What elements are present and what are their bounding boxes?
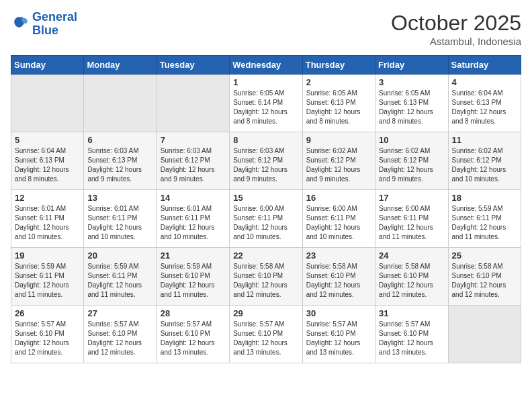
calendar-cell: 13Sunrise: 6:01 AMSunset: 6:11 PMDayligh… [84, 190, 157, 248]
day-info: Sunrise: 5:59 AMSunset: 6:11 PMDaylight:… [87, 262, 152, 300]
day-info: Sunrise: 5:58 AMSunset: 6:10 PMDaylight:… [379, 262, 444, 300]
day-info: Sunrise: 5:58 AMSunset: 6:10 PMDaylight:… [306, 262, 371, 300]
day-number: 6 [87, 135, 152, 145]
calendar-cell: 30Sunrise: 5:57 AMSunset: 6:10 PMDayligh… [302, 306, 375, 363]
day-info: Sunrise: 5:58 AMSunset: 6:10 PMDaylight:… [233, 262, 298, 300]
day-number: 13 [87, 193, 152, 203]
calendar-cell: 19Sunrise: 5:59 AMSunset: 6:11 PMDayligh… [11, 248, 84, 306]
day-number: 17 [379, 193, 444, 203]
calendar-cell [157, 75, 229, 132]
weekday-header-monday: Monday [84, 56, 157, 75]
day-info: Sunrise: 5:59 AMSunset: 6:10 PMDaylight:… [161, 262, 226, 300]
day-info: Sunrise: 5:59 AMSunset: 6:11 PMDaylight:… [15, 262, 80, 300]
day-info: Sunrise: 6:00 AMSunset: 6:11 PMDaylight:… [233, 204, 298, 242]
day-number: 26 [15, 308, 80, 318]
day-info: Sunrise: 6:02 AMSunset: 6:12 PMDaylight:… [306, 146, 371, 184]
day-number: 24 [379, 250, 444, 261]
calendar-cell: 12Sunrise: 6:01 AMSunset: 6:11 PMDayligh… [11, 190, 84, 248]
location: Astambul, Indonesia [391, 36, 521, 47]
calendar-week-3: 12Sunrise: 6:01 AMSunset: 6:11 PMDayligh… [11, 190, 521, 248]
day-info: Sunrise: 5:57 AMSunset: 6:10 PMDaylight:… [233, 320, 298, 357]
calendar-cell: 2Sunrise: 6:05 AMSunset: 6:13 PMDaylight… [302, 75, 375, 132]
day-info: Sunrise: 5:58 AMSunset: 6:10 PMDaylight:… [452, 262, 517, 300]
calendar-cell: 20Sunrise: 5:59 AMSunset: 6:11 PMDayligh… [84, 248, 157, 306]
calendar-cell: 26Sunrise: 5:57 AMSunset: 6:10 PMDayligh… [11, 306, 84, 363]
day-number: 8 [233, 135, 298, 145]
calendar-cell: 29Sunrise: 5:57 AMSunset: 6:10 PMDayligh… [230, 306, 302, 363]
logo-icon [11, 15, 30, 34]
calendar-cell: 11Sunrise: 6:02 AMSunset: 6:12 PMDayligh… [448, 132, 521, 190]
day-number: 1 [233, 77, 298, 87]
calendar-cell: 28Sunrise: 5:57 AMSunset: 6:10 PMDayligh… [157, 306, 229, 363]
logo: General Blue [11, 11, 77, 38]
calendar-cell: 22Sunrise: 5:58 AMSunset: 6:10 PMDayligh… [230, 248, 302, 306]
day-info: Sunrise: 5:57 AMSunset: 6:10 PMDaylight:… [379, 320, 444, 357]
calendar-cell: 3Sunrise: 6:05 AMSunset: 6:13 PMDaylight… [375, 75, 448, 132]
calendar-cell: 31Sunrise: 5:57 AMSunset: 6:10 PMDayligh… [375, 306, 448, 363]
day-info: Sunrise: 6:02 AMSunset: 6:12 PMDaylight:… [452, 146, 517, 184]
day-number: 9 [306, 135, 371, 145]
day-number: 3 [379, 77, 444, 87]
day-number: 19 [15, 250, 80, 261]
day-number: 27 [87, 308, 152, 318]
day-info: Sunrise: 6:05 AMSunset: 6:13 PMDaylight:… [306, 89, 371, 126]
day-info: Sunrise: 6:03 AMSunset: 6:12 PMDaylight:… [161, 146, 226, 184]
day-info: Sunrise: 5:57 AMSunset: 6:10 PMDaylight:… [161, 320, 226, 357]
day-number: 22 [233, 250, 298, 261]
logo-text: General Blue [32, 11, 77, 38]
day-number: 14 [161, 193, 226, 203]
day-info: Sunrise: 6:04 AMSunset: 6:13 PMDaylight:… [15, 146, 80, 184]
month-title: October 2025 [391, 11, 521, 36]
day-number: 20 [87, 250, 152, 261]
calendar-cell: 10Sunrise: 6:02 AMSunset: 6:12 PMDayligh… [375, 132, 448, 190]
day-number: 25 [452, 250, 517, 261]
day-number: 16 [306, 193, 371, 203]
calendar-week-5: 26Sunrise: 5:57 AMSunset: 6:10 PMDayligh… [11, 306, 521, 363]
calendar-cell: 24Sunrise: 5:58 AMSunset: 6:10 PMDayligh… [375, 248, 448, 306]
day-info: Sunrise: 6:00 AMSunset: 6:11 PMDaylight:… [379, 204, 444, 242]
calendar-cell: 27Sunrise: 5:57 AMSunset: 6:10 PMDayligh… [84, 306, 157, 363]
calendar-cell [448, 306, 521, 363]
calendar-cell: 16Sunrise: 6:00 AMSunset: 6:11 PMDayligh… [302, 190, 375, 248]
day-number: 4 [452, 77, 517, 87]
day-number: 31 [379, 308, 444, 318]
calendar-table: SundayMondayTuesdayWednesdayThursdayFrid… [11, 55, 521, 363]
day-number: 12 [15, 193, 80, 203]
calendar-cell: 25Sunrise: 5:58 AMSunset: 6:10 PMDayligh… [448, 248, 521, 306]
calendar-cell: 17Sunrise: 6:00 AMSunset: 6:11 PMDayligh… [375, 190, 448, 248]
day-info: Sunrise: 6:04 AMSunset: 6:13 PMDaylight:… [452, 89, 517, 126]
calendar-cell: 15Sunrise: 6:00 AMSunset: 6:11 PMDayligh… [230, 190, 302, 248]
day-info: Sunrise: 6:01 AMSunset: 6:11 PMDaylight:… [87, 204, 152, 242]
day-info: Sunrise: 6:05 AMSunset: 6:13 PMDaylight:… [379, 89, 444, 126]
day-number: 2 [306, 77, 371, 87]
day-number: 23 [306, 250, 371, 261]
day-number: 30 [306, 308, 371, 318]
calendar-cell: 1Sunrise: 6:05 AMSunset: 6:14 PMDaylight… [230, 75, 302, 132]
day-info: Sunrise: 5:57 AMSunset: 6:10 PMDaylight:… [87, 320, 152, 357]
calendar-cell: 6Sunrise: 6:03 AMSunset: 6:13 PMDaylight… [84, 132, 157, 190]
day-number: 18 [452, 193, 517, 203]
calendar-cell: 7Sunrise: 6:03 AMSunset: 6:12 PMDaylight… [157, 132, 229, 190]
calendar-cell: 14Sunrise: 6:01 AMSunset: 6:11 PMDayligh… [157, 190, 229, 248]
day-info: Sunrise: 6:03 AMSunset: 6:12 PMDaylight:… [233, 146, 298, 184]
calendar-week-2: 5Sunrise: 6:04 AMSunset: 6:13 PMDaylight… [11, 132, 521, 190]
calendar-cell: 4Sunrise: 6:04 AMSunset: 6:13 PMDaylight… [448, 75, 521, 132]
day-info: Sunrise: 6:02 AMSunset: 6:12 PMDaylight:… [379, 146, 444, 184]
calendar-cell: 9Sunrise: 6:02 AMSunset: 6:12 PMDaylight… [302, 132, 375, 190]
page-header: General Blue October 2025 Astambul, Indo… [11, 11, 521, 47]
day-number: 29 [233, 308, 298, 318]
day-number: 11 [452, 135, 517, 145]
day-number: 15 [233, 193, 298, 203]
day-number: 10 [379, 135, 444, 145]
calendar-cell: 5Sunrise: 6:04 AMSunset: 6:13 PMDaylight… [11, 132, 84, 190]
day-info: Sunrise: 5:57 AMSunset: 6:10 PMDaylight:… [306, 320, 371, 357]
day-info: Sunrise: 6:01 AMSunset: 6:11 PMDaylight:… [161, 204, 226, 242]
day-number: 5 [15, 135, 80, 145]
weekday-header-tuesday: Tuesday [157, 56, 229, 75]
weekday-header-wednesday: Wednesday [230, 56, 302, 75]
calendar-week-1: 1Sunrise: 6:05 AMSunset: 6:14 PMDaylight… [11, 75, 521, 132]
day-info: Sunrise: 6:05 AMSunset: 6:14 PMDaylight:… [233, 89, 298, 126]
day-info: Sunrise: 5:59 AMSunset: 6:11 PMDaylight:… [452, 204, 517, 242]
calendar-cell: 21Sunrise: 5:59 AMSunset: 6:10 PMDayligh… [157, 248, 229, 306]
day-number: 21 [161, 250, 226, 261]
